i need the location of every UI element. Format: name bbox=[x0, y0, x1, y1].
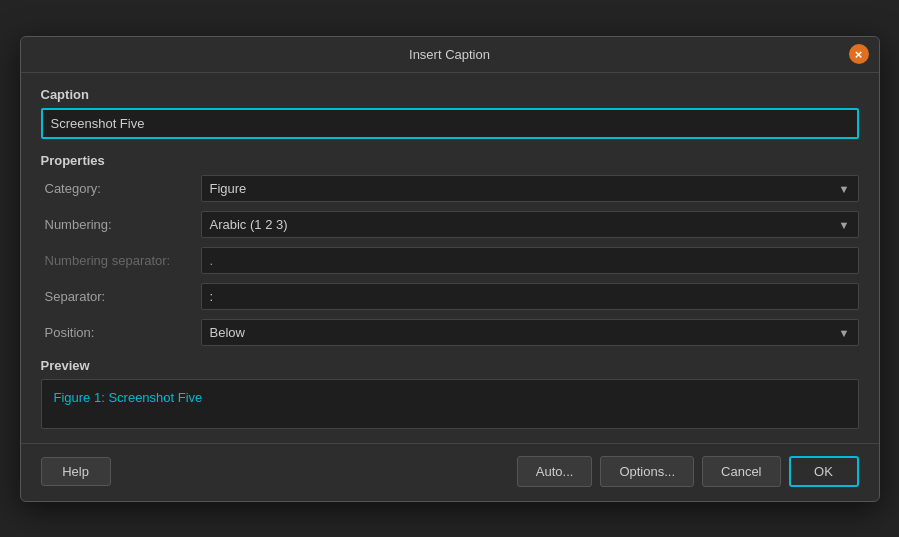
close-button[interactable]: × bbox=[849, 44, 869, 64]
category-value: Figure bbox=[210, 181, 247, 196]
numbering-separator-label: Numbering separator: bbox=[41, 253, 201, 268]
insert-caption-dialog: Insert Caption × Caption Properties Cate… bbox=[20, 36, 880, 502]
cancel-button[interactable]: Cancel bbox=[702, 456, 780, 487]
category-arrow-icon: ▼ bbox=[839, 183, 850, 195]
ok-button[interactable]: OK bbox=[789, 456, 859, 487]
category-label: Category: bbox=[41, 181, 201, 196]
dialog-title: Insert Caption bbox=[409, 47, 490, 62]
properties-section: Properties Category: Figure ▼ Numbering:… bbox=[41, 153, 859, 348]
preview-label: Preview bbox=[41, 358, 859, 373]
dialog-footer: Help Auto... Options... Cancel OK bbox=[21, 443, 879, 501]
help-button[interactable]: Help bbox=[41, 457, 111, 486]
footer-left: Help bbox=[41, 457, 509, 486]
separator-label: Separator: bbox=[41, 289, 201, 304]
position-value: Below bbox=[210, 325, 245, 340]
preview-section: Preview Figure 1: Screenshot Five bbox=[41, 358, 859, 429]
caption-label: Caption bbox=[41, 87, 859, 102]
numbering-value: Arabic (1 2 3) bbox=[210, 217, 288, 232]
preview-box: Figure 1: Screenshot Five bbox=[41, 379, 859, 429]
numbering-label: Numbering: bbox=[41, 217, 201, 232]
position-arrow-icon: ▼ bbox=[839, 327, 850, 339]
numbering-arrow-icon: ▼ bbox=[839, 219, 850, 231]
position-row: Position: Below ▼ bbox=[41, 318, 859, 348]
category-select[interactable]: Figure ▼ bbox=[201, 175, 859, 202]
auto-button[interactable]: Auto... bbox=[517, 456, 593, 487]
numbering-select[interactable]: Arabic (1 2 3) ▼ bbox=[201, 211, 859, 238]
numbering-separator-value: . bbox=[201, 247, 859, 274]
properties-label: Properties bbox=[41, 153, 859, 168]
caption-input[interactable] bbox=[41, 108, 859, 139]
position-label: Position: bbox=[41, 325, 201, 340]
options-button[interactable]: Options... bbox=[600, 456, 694, 487]
preview-text: Figure 1: Screenshot Five bbox=[54, 390, 203, 405]
numbering-separator-row: Numbering separator: . bbox=[41, 246, 859, 276]
numbering-row: Numbering: Arabic (1 2 3) ▼ bbox=[41, 210, 859, 240]
dialog-body: Caption Properties Category: Figure ▼ Nu… bbox=[21, 73, 879, 443]
dialog-titlebar: Insert Caption × bbox=[21, 37, 879, 73]
dialog-overlay: Insert Caption × Caption Properties Cate… bbox=[0, 0, 899, 537]
position-select[interactable]: Below ▼ bbox=[201, 319, 859, 346]
category-row: Category: Figure ▼ bbox=[41, 174, 859, 204]
footer-right: Auto... Options... Cancel OK bbox=[517, 456, 859, 487]
separator-value: : bbox=[201, 283, 859, 310]
separator-row: Separator: : bbox=[41, 282, 859, 312]
